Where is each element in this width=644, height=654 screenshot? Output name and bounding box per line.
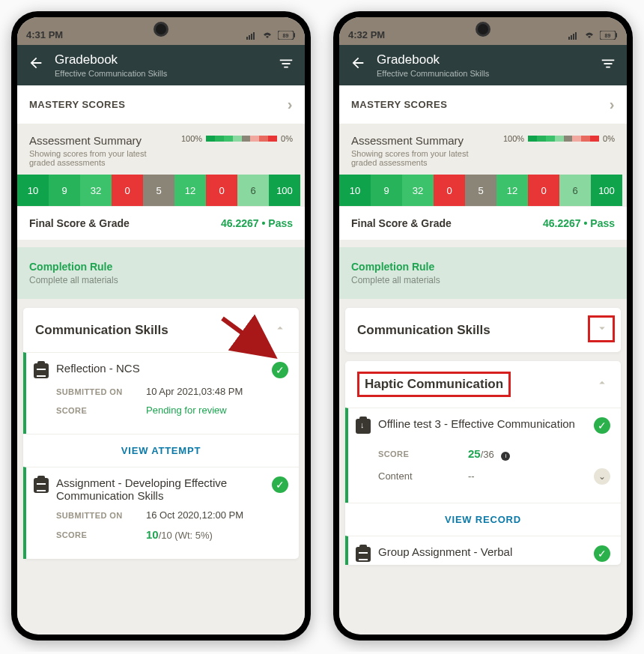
completion-rule-block: Completion Rule Complete all materials (339, 247, 627, 299)
status-time: 4:32 PM (348, 29, 385, 40)
phone-screen: 4:32 PM 89 Gradebook Effective Communica… (339, 17, 627, 635)
score-cell[interactable]: 6 (237, 175, 269, 206)
svg-rect-2 (251, 34, 252, 40)
info-icon[interactable]: i (501, 452, 510, 461)
section-header[interactable]: Communication Skills (345, 308, 621, 352)
legend-gradient (528, 136, 599, 142)
score-cell[interactable]: 9 (371, 175, 402, 206)
back-arrow-icon[interactable] (350, 55, 366, 76)
completion-title: Completion Rule (29, 261, 293, 273)
mastery-scores-row[interactable]: MASTERY SCORES › (339, 85, 627, 124)
page-subtitle: Effective Communication Skills (377, 69, 589, 78)
check-icon: ✓ (272, 362, 288, 378)
section-card: Communication Skills Reflection - NCS ✓ … (23, 308, 299, 559)
completion-desc: Complete all materials (351, 275, 615, 285)
mastery-scores-row[interactable]: MASTERY SCORES › (17, 85, 305, 124)
list-item[interactable]: Group Assignment - Verbal ✓ (345, 536, 621, 565)
submitted-value: 10 Apr 2021,03:48 PM (146, 386, 288, 397)
assignment-icon (34, 478, 49, 493)
page-subtitle: Effective Communication Skills (55, 69, 267, 78)
wifi-icon (583, 31, 595, 40)
wifi-icon (261, 31, 273, 40)
score-cell[interactable]: 100 (269, 175, 300, 206)
score-label: SCORE (56, 530, 146, 539)
mastery-label: MASTERY SCORES (29, 99, 125, 110)
completion-title: Completion Rule (351, 261, 615, 273)
content-label: Content (378, 470, 468, 482)
score-cell[interactable]: 0 (434, 175, 465, 206)
check-icon: ✓ (594, 417, 610, 434)
back-arrow-icon[interactable] (28, 55, 44, 76)
list-item[interactable]: Assignment - Developing Effective Commun… (23, 467, 299, 559)
score-cell[interactable]: 12 (174, 175, 206, 206)
view-record-link[interactable]: VIEW RECORD (345, 503, 621, 536)
download-assignment-icon (356, 419, 371, 434)
filter-icon[interactable] (278, 55, 294, 75)
score-cell[interactable]: 100 (591, 175, 622, 206)
score-cell[interactable]: 5 (143, 175, 174, 206)
submitted-label: SUBMITTED ON (56, 387, 146, 396)
phone-camera-notch (476, 22, 490, 37)
app-header: Gradebook Effective Communication Skills (339, 45, 627, 85)
chevron-up-icon (595, 376, 609, 393)
score-cell[interactable]: 5 (465, 175, 496, 206)
section-header[interactable]: Communication Skills (23, 308, 299, 352)
score-cell[interactable]: 0 (528, 175, 559, 206)
final-score-row: Final Score & Grade 46.2267 • Pass (339, 207, 627, 240)
svg-text:89: 89 (283, 33, 289, 38)
item-title: Offline test 3 - Effective Communication (378, 417, 586, 430)
score-strip[interactable]: 10932051206100 (17, 175, 305, 206)
status-icons: 89 (568, 31, 618, 40)
svg-rect-14 (616, 33, 617, 37)
score-cell[interactable]: 9 (49, 175, 80, 206)
summary-title: Assessment Summary (29, 134, 149, 147)
score-cell[interactable]: 10 (339, 175, 371, 206)
section-title: Communication Skills (35, 323, 168, 338)
submitted-label: SUBMITTED ON (56, 511, 146, 520)
score-legend: 100% 0% (181, 134, 293, 143)
status-icons: 89 (246, 31, 296, 40)
svg-rect-10 (571, 35, 572, 40)
section-header[interactable]: Haptic Communication (345, 361, 621, 408)
score-value: 10/10 (Wt: 5%) (146, 528, 288, 541)
summary-desc: Showing scores from your latest graded a… (29, 149, 149, 167)
phone-frame-right: 4:32 PM 89 Gradebook Effective Communica… (333, 11, 633, 641)
section-title: Haptic Communication (357, 372, 511, 397)
score-strip[interactable]: 10932051206100 (339, 175, 627, 206)
page-title: Gradebook (55, 52, 267, 67)
summary-title: Assessment Summary (351, 134, 471, 147)
final-score-value: 46.2267 • Pass (543, 217, 615, 229)
legend-max: 100% (503, 134, 524, 143)
svg-rect-5 (294, 33, 295, 37)
score-value: Pending for review (146, 405, 288, 416)
score-cell[interactable]: 10 (17, 175, 49, 206)
chevron-right-icon: › (288, 96, 293, 113)
content-area[interactable]: MASTERY SCORES › Assessment Summary Show… (17, 85, 305, 632)
completion-rule-block: Completion Rule Complete all materials (17, 247, 305, 299)
completion-desc: Complete all materials (29, 275, 293, 285)
list-item[interactable]: Offline test 3 - Effective Communication… (345, 408, 621, 503)
svg-rect-9 (568, 37, 570, 40)
expand-down-icon[interactable]: ⌄ (594, 468, 610, 485)
status-time: 4:31 PM (26, 29, 63, 40)
svg-rect-1 (249, 35, 250, 40)
item-title: Assignment - Developing Effective Commun… (56, 476, 264, 502)
section-title: Communication Skills (357, 323, 490, 338)
battery-icon: 89 (278, 31, 296, 40)
score-cell[interactable]: 32 (402, 175, 434, 206)
assignment-icon (356, 547, 371, 562)
score-cell[interactable]: 0 (206, 175, 237, 206)
score-cell[interactable]: 6 (559, 175, 591, 206)
filter-icon[interactable] (600, 55, 616, 75)
final-score-row: Final Score & Grade 46.2267 • Pass (17, 207, 305, 240)
score-cell[interactable]: 12 (496, 175, 528, 206)
phone-camera-notch (154, 22, 168, 37)
score-cell[interactable]: 32 (80, 175, 112, 206)
svg-rect-0 (246, 37, 248, 40)
view-attempt-link[interactable]: VIEW ATTEMPT (23, 434, 299, 467)
list-item[interactable]: Reflection - NCS ✓ SUBMITTED ON 10 Apr 2… (23, 352, 299, 434)
content-area[interactable]: MASTERY SCORES › Assessment Summary Show… (339, 85, 627, 632)
score-label: SCORE (378, 449, 468, 458)
svg-text:89: 89 (605, 33, 611, 38)
score-cell[interactable]: 0 (112, 175, 143, 206)
